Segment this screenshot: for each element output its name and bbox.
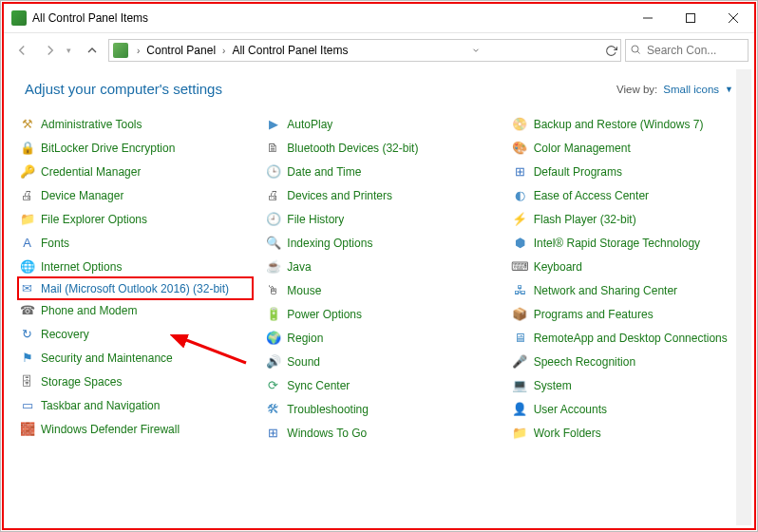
cp-item-icon: ⟳ bbox=[265, 377, 281, 393]
cp-item[interactable]: ⊞Windows To Go bbox=[265, 421, 498, 445]
search-input[interactable]: Search Con... bbox=[625, 39, 749, 62]
cp-item-icon: ⚑ bbox=[19, 350, 35, 366]
cp-item-icon: 🔍 bbox=[265, 235, 281, 251]
cp-item-label: User Accounts bbox=[534, 403, 607, 416]
cp-item-icon: ☕ bbox=[265, 258, 281, 275]
cp-item-icon: ⌨ bbox=[512, 258, 528, 275]
cp-item[interactable]: ✉Mail (Microsoft Outlook 2016) (32-bit) bbox=[17, 276, 254, 300]
cp-item[interactable]: 🕘File History bbox=[265, 207, 498, 231]
cp-item[interactable]: ⚑Security and Maintenance bbox=[19, 346, 252, 370]
cp-item[interactable]: 🖨Device Manager bbox=[19, 183, 252, 207]
cp-item[interactable]: 🧱Windows Defender Firewall bbox=[19, 417, 252, 441]
cp-item-icon: 💻 bbox=[512, 377, 528, 393]
cp-item-label: Flash Player (32-bit) bbox=[534, 213, 636, 226]
cp-item-label: Sync Center bbox=[287, 379, 350, 392]
cp-item[interactable]: 🔒BitLocker Drive Encryption bbox=[19, 136, 252, 160]
cp-item-label: Color Management bbox=[534, 142, 631, 155]
cp-item-icon: ⚡ bbox=[512, 211, 528, 227]
cp-item[interactable]: 🔋Power Options bbox=[265, 302, 498, 326]
cp-item[interactable]: 🖨Devices and Printers bbox=[265, 183, 498, 207]
scrollbar[interactable] bbox=[736, 69, 751, 525]
cp-item[interactable]: 📁File Explorer Options bbox=[19, 207, 252, 231]
cp-item[interactable]: ⟳Sync Center bbox=[265, 373, 498, 397]
cp-item[interactable]: ⬢Intel® Rapid Storage Technology bbox=[512, 231, 745, 255]
cp-item-icon: 🖨 bbox=[19, 187, 35, 203]
cp-item-label: Default Programs bbox=[534, 165, 622, 179]
cp-item[interactable]: 🎨Color Management bbox=[512, 136, 745, 160]
cp-item-icon: ▶ bbox=[265, 116, 281, 132]
cp-item[interactable]: 🌍Region bbox=[265, 326, 498, 350]
cp-item-icon: 🖨 bbox=[265, 187, 281, 203]
cp-item[interactable]: 🔍Indexing Options bbox=[265, 231, 498, 255]
cp-item[interactable]: 📁Work Folders bbox=[512, 421, 745, 445]
cp-item[interactable]: ☕Java bbox=[265, 255, 498, 278]
cp-item-icon: 👤 bbox=[512, 401, 528, 417]
cp-item-label: Work Folders bbox=[534, 427, 601, 440]
cp-item-label: Device Manager bbox=[41, 189, 123, 202]
cp-item[interactable]: 👤User Accounts bbox=[512, 397, 745, 421]
cp-item-label: AutoPlay bbox=[287, 118, 332, 131]
cp-item[interactable]: 🖥RemoteApp and Desktop Connections bbox=[512, 326, 745, 350]
cp-item-icon: 🖥 bbox=[512, 330, 528, 346]
cp-item-label: RemoteApp and Desktop Connections bbox=[534, 332, 728, 345]
breadcrumb-sep-icon[interactable]: › bbox=[132, 46, 144, 56]
cp-item[interactable]: 🖱Mouse bbox=[265, 278, 498, 302]
cp-item[interactable]: 🎤Speech Recognition bbox=[512, 350, 745, 373]
minimize-button[interactable] bbox=[626, 4, 669, 32]
close-button[interactable] bbox=[711, 4, 754, 32]
cp-item[interactable]: 🔑Credential Manager bbox=[19, 160, 252, 183]
cp-item[interactable]: ⚡Flash Player (32-bit) bbox=[512, 207, 745, 231]
cp-item[interactable]: ↻Recovery bbox=[19, 322, 252, 346]
cp-item-icon: 🗎 bbox=[265, 140, 281, 156]
cp-item[interactable]: 📀Backup and Restore (Windows 7) bbox=[512, 112, 745, 136]
up-button[interactable] bbox=[80, 38, 104, 63]
cp-item[interactable]: 🖧Network and Sharing Center bbox=[512, 278, 745, 302]
breadcrumb-all-items[interactable]: All Control Panel Items bbox=[230, 44, 350, 57]
cp-item[interactable]: ⚒Administrative Tools bbox=[19, 112, 252, 136]
search-placeholder: Search Con... bbox=[647, 44, 716, 57]
cp-item-label: Troubleshooting bbox=[287, 403, 369, 416]
cp-item-icon: 📁 bbox=[19, 211, 35, 227]
svg-rect-1 bbox=[686, 14, 694, 23]
cp-item-label: Programs and Features bbox=[534, 308, 654, 321]
cp-item[interactable]: 🌐Internet Options bbox=[19, 255, 252, 278]
breadcrumb-sep-icon[interactable]: › bbox=[218, 46, 230, 56]
cp-item[interactable]: ⊞Default Programs bbox=[512, 160, 745, 183]
cp-item-icon: ⚒ bbox=[19, 116, 35, 132]
cp-item-label: Speech Recognition bbox=[534, 355, 635, 369]
cp-item[interactable]: 🗎Bluetooth Devices (32-bit) bbox=[265, 136, 498, 160]
cp-item[interactable]: AFonts bbox=[19, 231, 252, 255]
cp-item-icon: 🕘 bbox=[265, 211, 281, 227]
maximize-button[interactable] bbox=[669, 4, 711, 32]
viewby-control[interactable]: View by: Small icons ▼ bbox=[616, 84, 733, 95]
cp-item-label: Region bbox=[287, 332, 323, 345]
cp-item-label: Intel® Rapid Storage Technology bbox=[534, 237, 700, 250]
address-dropdown-icon[interactable] bbox=[467, 46, 484, 55]
cp-item-icon: 🖱 bbox=[265, 282, 281, 298]
cp-item[interactable]: ☎Phone and Modem bbox=[19, 298, 252, 322]
forward-button[interactable] bbox=[38, 38, 63, 63]
recent-locations-button[interactable]: ▾ bbox=[66, 46, 76, 55]
cp-item[interactable]: 🗄Storage Spaces bbox=[19, 370, 252, 393]
cp-item[interactable]: 💻System bbox=[512, 373, 745, 397]
cp-item[interactable]: ⌨Keyboard bbox=[512, 255, 745, 278]
cp-item-label: Sound bbox=[287, 355, 320, 369]
cp-item-label: BitLocker Drive Encryption bbox=[41, 142, 175, 155]
cp-item[interactable]: 🛠Troubleshooting bbox=[265, 397, 498, 421]
cp-item-icon: 🔊 bbox=[265, 353, 281, 370]
cp-item-icon: 🗄 bbox=[19, 373, 35, 390]
cp-item-icon: 🔑 bbox=[19, 163, 35, 180]
cp-item[interactable]: ◐Ease of Access Center bbox=[512, 183, 745, 207]
cp-item-label: Keyboard bbox=[534, 260, 582, 274]
cp-item-label: Mouse bbox=[287, 284, 321, 297]
back-button[interactable] bbox=[9, 38, 34, 63]
cp-item[interactable]: ▶AutoPlay bbox=[265, 112, 498, 136]
cp-item[interactable]: ▭Taskbar and Navigation bbox=[19, 393, 252, 417]
cp-item-label: Recovery bbox=[41, 328, 89, 341]
breadcrumb-control-panel[interactable]: Control Panel bbox=[144, 44, 218, 57]
cp-item[interactable]: 📦Programs and Features bbox=[512, 302, 745, 326]
address-bar[interactable]: › Control Panel › All Control Panel Item… bbox=[108, 39, 621, 62]
refresh-button[interactable] bbox=[601, 45, 620, 57]
cp-item[interactable]: 🔊Sound bbox=[265, 350, 498, 373]
cp-item[interactable]: 🕒Date and Time bbox=[265, 160, 498, 183]
